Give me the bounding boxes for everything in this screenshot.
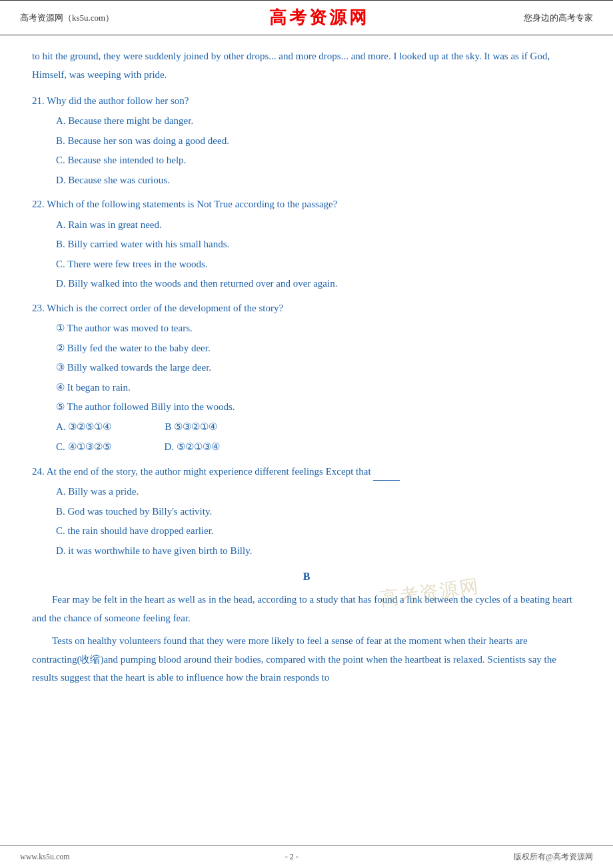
- question-22-text: Which of the following statements is Not…: [47, 199, 337, 209]
- header-left-text: 高考资源网（ks5u.com）: [20, 12, 114, 24]
- page-footer: www.ks5u.com - 2 - 版权所有@高考资源网: [0, 845, 613, 868]
- question-24-option-b: B. God was touched by Billy's activity.: [32, 502, 581, 521]
- footer-left: www.ks5u.com: [20, 852, 70, 862]
- question-22-number: 22.: [32, 199, 47, 209]
- question-22-option-c: C. There were few trees in the woods.: [32, 255, 581, 274]
- question-21-option-d: D. Because she was curious.: [32, 171, 581, 190]
- question-23-option-d: D. ⑤②①③④: [165, 437, 220, 457]
- question-21: 21. Why did the author follow her son? A…: [32, 91, 581, 190]
- question-22-option-a: A. Rain was in great need.: [32, 215, 581, 235]
- question-22-option-b: B. Billy carried water with his small ha…: [32, 235, 581, 254]
- page-header: 高考资源网（ks5u.com） 高考资源网 您身边的高考专家: [0, 0, 613, 35]
- footer-center: - 2 -: [285, 852, 299, 862]
- question-21-option-b: B. Because her son was doing a good deed…: [32, 131, 581, 151]
- passage-intro: to hit the ground, they were suddenly jo…: [32, 47, 581, 85]
- question-23-number: 23.: [32, 303, 47, 313]
- question-24-number: 24. At the end of the story, the author …: [32, 466, 373, 477]
- question-23-option-c: C. ④①③②⑤: [56, 437, 111, 457]
- question-24: 24. At the end of the story, the author …: [32, 462, 581, 561]
- question-24-option-a: A. Billy was a pride.: [32, 482, 581, 501]
- question-21-title: 21. Why did the author follow her son?: [32, 91, 581, 111]
- question-23-order-5: ⑤ The author followed Billy into the woo…: [32, 397, 581, 417]
- footer-right: 版权所有@高考资源网: [514, 851, 593, 863]
- question-23-options-row2: C. ④①③②⑤ D. ⑤②①③④: [32, 437, 581, 457]
- paragraph-2: Tests on healthy volunteers found that t…: [32, 632, 581, 687]
- question-23: 23. Which is the correct order of the de…: [32, 299, 581, 457]
- question-23-text: Which is the correct order of the develo…: [47, 303, 283, 313]
- question-24-title: 24. At the end of the story, the author …: [32, 462, 581, 481]
- main-content: to hit the ground, they were suddenly jo…: [0, 35, 613, 731]
- question-21-option-a: A. Because there might be danger.: [32, 111, 581, 131]
- question-24-option-c: C. the rain should have dropped earlier.: [32, 521, 581, 541]
- question-23-title: 23. Which is the correct order of the de…: [32, 299, 581, 318]
- question-23-order-2: ② Billy fed the water to the baby deer.: [32, 339, 581, 358]
- question-21-number: 21.: [32, 95, 47, 106]
- question-22-title: 22. Which of the following statements is…: [32, 195, 581, 214]
- question-23-order-3: ③ Billy walked towards the large deer.: [32, 358, 581, 377]
- question-22-option-d: D. Billy walked into the woods and then …: [32, 274, 581, 293]
- question-23-options-row1: A. ③②⑤①④ B ⑤③②①④: [32, 417, 581, 437]
- question-24-option-d: D. it was worthwhile to have given birth…: [32, 541, 581, 561]
- header-logo-text: 高考资源网: [269, 6, 369, 29]
- blank-underline: [373, 480, 400, 481]
- question-22: 22. Which of the following statements is…: [32, 195, 581, 293]
- section-b-label: B: [32, 567, 581, 587]
- question-21-option-c: C. Because she intended to help.: [32, 151, 581, 170]
- question-23-order-4: ④ It began to rain.: [32, 378, 581, 397]
- question-23-option-b: B ⑤③②①④: [165, 417, 217, 437]
- question-23-option-a: A. ③②⑤①④: [56, 417, 111, 437]
- question-23-order-1: ① The author was moved to tears.: [32, 319, 581, 338]
- question-21-text: Why did the author follow her son?: [47, 95, 189, 106]
- header-right-text: 您身边的高考专家: [524, 12, 593, 24]
- paragraph-1: Fear may be felt in the heart as well as…: [32, 591, 581, 628]
